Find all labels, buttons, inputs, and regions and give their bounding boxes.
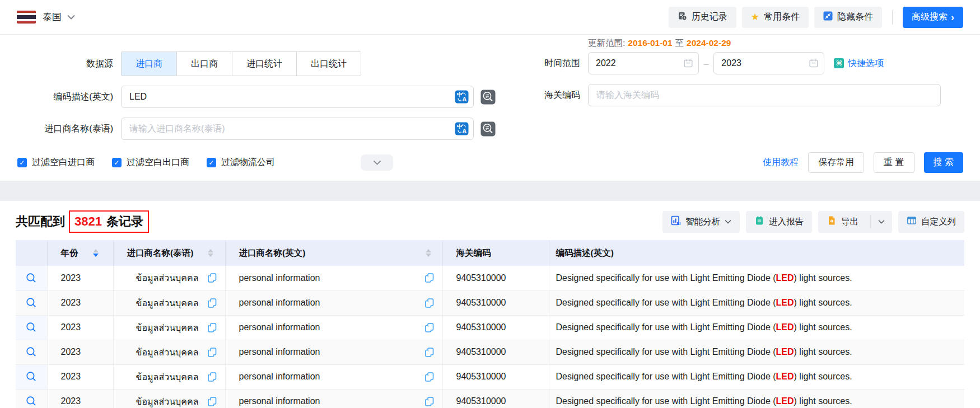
search-right-column: 更新范围: 2016-01-01 至 2024-02-29 时间范围 – ⌘ (505, 35, 980, 149)
copy-icon[interactable] (207, 347, 217, 358)
results-section: 共匹配到 3821 条记录 BI 智能分析 进入报告 (0, 208, 980, 408)
calendar-icon[interactable] (809, 58, 819, 71)
export-split-button: 导出 (818, 211, 892, 233)
match-count-highlight-box: 3821 条记录 (69, 210, 149, 233)
favorites-button[interactable]: ★ 常用条件 (742, 7, 809, 28)
hs-code-row: 海关编码 (505, 84, 980, 106)
header-importer-th-label: 进口商名称(泰语) (127, 247, 194, 259)
cell-name-th: ข้อมูลส่วนบุคคล (136, 321, 199, 335)
date-from-input[interactable] (588, 52, 699, 74)
calendar-icon[interactable] (683, 58, 693, 71)
importer-name-row: 进口商名称(泰语) 中A (1, 118, 505, 140)
row-search-icon[interactable] (26, 396, 37, 407)
cell-name-th-wrap: ข้อมูลส่วนบุคคล (113, 340, 225, 364)
sort-control-importer-th[interactable] (208, 249, 213, 257)
cell-name-en-wrap: personal information (225, 389, 442, 408)
copy-icon[interactable] (424, 322, 435, 333)
translate-icon[interactable]: 中A (455, 122, 469, 138)
tab-export-stats[interactable]: 出口统计 (296, 52, 361, 76)
row-detail-cell (16, 315, 47, 340)
svg-text:中: 中 (457, 123, 463, 129)
fuzzy-search-icon[interactable] (480, 90, 496, 105)
checkbox-filter-blank-importer[interactable]: ✓ 过滤空白进口商 (17, 157, 95, 168)
copy-icon[interactable] (424, 347, 435, 358)
tab-import-stats[interactable]: 进口统计 (232, 52, 296, 76)
checkbox-filter-blank-exporter[interactable]: ✓ 过滤空白出口商 (112, 157, 189, 168)
chevron-down-icon (373, 160, 381, 165)
cell-year: 2023 (47, 290, 113, 315)
copy-icon[interactable] (207, 396, 217, 407)
importer-name-input[interactable] (121, 118, 474, 140)
enter-report-button[interactable]: 进入报告 (746, 211, 812, 233)
cell-name-en: personal information (239, 273, 320, 283)
copy-icon[interactable] (207, 322, 217, 333)
chevron-down-icon[interactable] (67, 15, 75, 20)
export-file-icon (827, 215, 837, 228)
cell-description: Designed specifically for use with Light… (549, 290, 964, 315)
save-favorite-button[interactable]: 保存常用 (808, 152, 864, 173)
match-summary-suffix: 条记录 (106, 213, 143, 230)
row-search-icon[interactable] (26, 371, 37, 382)
description-input[interactable] (121, 86, 474, 108)
row-search-icon[interactable] (26, 322, 37, 333)
copy-icon[interactable] (207, 273, 217, 283)
date-to-input[interactable] (713, 52, 824, 74)
copy-icon[interactable] (424, 273, 435, 283)
cell-name-en-wrap: personal information (225, 290, 442, 315)
export-button[interactable]: 导出 (818, 211, 866, 233)
history-button[interactable]: 历史记录 (669, 7, 736, 28)
copy-icon[interactable] (424, 396, 435, 407)
fuzzy-search-icon[interactable] (480, 121, 496, 137)
sort-control-year[interactable] (93, 249, 99, 257)
search-button[interactable]: 搜 索 (924, 152, 963, 173)
history-icon (678, 11, 687, 23)
country-selector-label[interactable]: 泰国 (43, 11, 62, 24)
table-row: 2023 ข้อมูลส่วนบุคคล personal informatio… (16, 340, 964, 364)
advanced-search-button[interactable]: 高级搜索 › (903, 7, 963, 28)
svg-text:BI: BI (677, 222, 681, 226)
row-search-icon[interactable] (26, 273, 37, 284)
topbar-divider (892, 10, 893, 25)
copy-icon[interactable] (424, 372, 435, 382)
desc-before: Designed specifically for use with Light… (556, 396, 776, 406)
row-search-icon[interactable] (26, 346, 37, 358)
export-label: 导出 (841, 216, 858, 228)
copy-icon[interactable] (207, 372, 217, 382)
tab-exporter[interactable]: 出口商 (176, 52, 232, 76)
checkbox-checked-icon: ✓ (207, 158, 216, 167)
hide-conditions-button[interactable]: 隐藏条件 (814, 7, 882, 28)
cell-name-th: ข้อมูลส่วนบุคคล (136, 395, 199, 408)
export-dropdown-toggle[interactable] (870, 215, 892, 228)
topbar: 泰国 历史记录 ★ 常用条件 隐藏条件 高级搜索 › (0, 0, 980, 35)
svg-text:A: A (463, 96, 467, 102)
cell-description: Designed specifically for use with Light… (549, 340, 964, 364)
checkbox-filter-logistics[interactable]: ✓ 过滤物流公司 (207, 157, 275, 168)
customize-columns-button[interactable]: 自定义列 (898, 211, 964, 233)
header-importer-en: 进口商名称(英文) (225, 240, 442, 266)
history-label: 历史记录 (692, 11, 727, 23)
copy-icon[interactable] (207, 298, 217, 308)
collapse-panel-button[interactable] (361, 154, 393, 171)
desc-before: Designed specifically for use with Light… (556, 273, 776, 283)
row-detail-cell (16, 340, 47, 364)
header-importer-en-label: 进口商名称(英文) (239, 247, 306, 259)
row-search-icon[interactable] (26, 297, 37, 308)
copy-icon[interactable] (424, 298, 435, 308)
cell-year: 2023 (47, 340, 113, 364)
smart-analysis-button[interactable]: BI 智能分析 (662, 211, 740, 233)
tab-importer[interactable]: 进口商 (122, 52, 176, 76)
tutorial-link[interactable]: 使用教程 (763, 157, 799, 168)
desc-after: ) light sources. (794, 273, 852, 283)
cell-year: 2023 (47, 364, 113, 389)
report-notebook-icon (754, 215, 764, 228)
checkbox-label: 过滤空白进口商 (32, 157, 95, 168)
translate-icon[interactable]: 中A (455, 90, 469, 106)
desc-led-highlight: LED (776, 372, 794, 381)
hs-code-input[interactable] (588, 84, 941, 106)
reset-button[interactable]: 重 置 (874, 152, 914, 173)
results-toolbar: BI 智能分析 进入报告 导出 (662, 211, 964, 233)
quick-options[interactable]: ⌘ 快捷选项 (834, 58, 884, 69)
cell-name-th: ข้อมูลส่วนบุคคล (136, 271, 199, 285)
sort-control-importer-en[interactable] (426, 249, 431, 257)
header-importer-th: 进口商名称(泰语) (113, 240, 225, 266)
